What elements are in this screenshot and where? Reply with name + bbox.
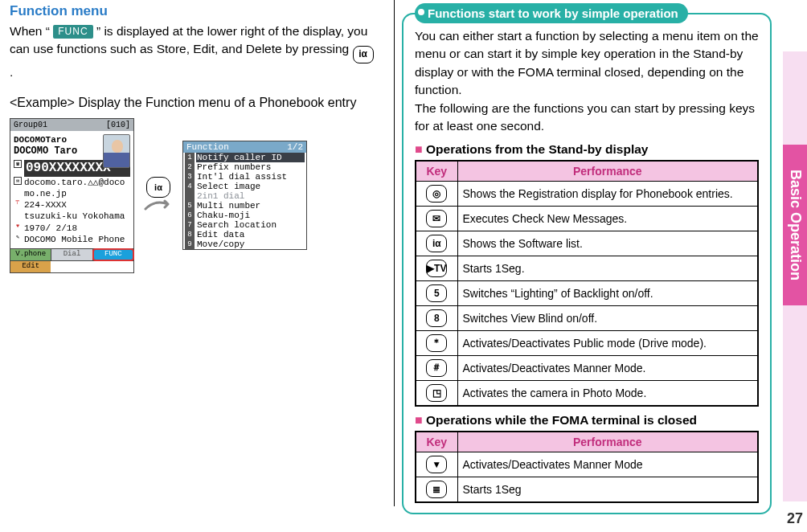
performance-cell: Shows the Registration display for Phone… [457, 181, 758, 206]
keycap-icon: ▶TV [426, 260, 447, 277]
side-section-label: Basic Operation [783, 145, 807, 305]
softkey-func: FUNC [93, 249, 133, 260]
menu-item-label: 2in1 dial [196, 191, 305, 201]
func-softkey-label: FUNC [53, 25, 92, 39]
mail-icon: ✉ [14, 177, 22, 185]
softkey-dial: Dial [51, 249, 92, 260]
blank-icon [14, 211, 22, 219]
performance-cell: Shows the Software list. [457, 231, 758, 256]
avatar-image [103, 134, 130, 168]
email-text: docomo.taro.△△@docomo.ne.jp [24, 177, 130, 200]
menu-item-number: 9 [185, 239, 195, 249]
keycap-icon: ＃ [426, 359, 447, 377]
key-cell: ▶TV [416, 256, 457, 280]
keycap-icon: ◳ [426, 384, 447, 402]
key-cell: ✉ [416, 206, 457, 231]
right-column: Functions start to work by simple operat… [402, 0, 772, 514]
fn-title: Function [186, 142, 229, 152]
menu-item-label: Notify caller ID [196, 153, 305, 162]
table-row: ◎Shows the Registration display for Phon… [416, 181, 758, 206]
entry-birthday: ♥ 1970/ 2/18 [14, 223, 130, 234]
standby-table: Key Performance ◎Shows the Registration … [415, 160, 759, 407]
performance-cell: Starts 1Seg [457, 477, 758, 502]
th-performance: Performance [457, 161, 758, 182]
performance-cell: Executes Check New Messages. [457, 206, 758, 231]
screenshots-row: Group01 [010] DOCOMOTaro DOCOMO Taro ☎ 0… [10, 118, 375, 273]
table-row: ▼Activates/Deactivates Manner Mode [416, 452, 758, 477]
menu-item-number: 5 [185, 201, 195, 211]
square-bullet-icon: ■ [415, 413, 423, 427]
function-menu-item: 8Edit data [183, 230, 306, 239]
fn-page: 1/2 [287, 142, 303, 152]
function-menu-list: 1Notify caller ID2Prefix numbers3Int'l d… [183, 153, 306, 249]
menu-item-number: 4 [185, 182, 195, 191]
address-text: tsuzuki-ku Yokohama [24, 211, 130, 222]
menu-item-number: 3 [185, 172, 195, 182]
left-column: Function menu When “ FUNC ” is displayed… [10, 3, 375, 273]
table-row: ✉Executes Check New Messages. [416, 206, 758, 231]
performance-cell: Switches “Lighting” of Backlight on/off. [457, 280, 758, 305]
p1-text-c: . [10, 65, 13, 79]
function-menu-item: 9Move/copy [183, 239, 306, 249]
function-menu-item: 7Search location [183, 220, 306, 230]
performance-cell: Activates the camera in Photo Mode. [457, 380, 758, 406]
callout-tab: Functions start to work by simple operat… [415, 3, 688, 23]
page: Basic Operation 27 Function menu When “ … [0, 0, 807, 532]
closed-table: Key Performance ▼Activates/Deactivates M… [415, 431, 759, 503]
memo-icon: ✎ [14, 234, 22, 242]
function-menu-item: 2in1 dial [183, 191, 306, 201]
menu-item-number: 2 [185, 162, 195, 172]
press-key-arrow: iα [142, 177, 174, 214]
example-line: <Example> Display the Function menu of a… [10, 93, 375, 112]
table-row: ≣Starts 1Seg [416, 477, 758, 502]
menu-item-label: Move/copy [196, 239, 305, 249]
keycap-icon: ◎ [426, 185, 447, 203]
key-cell: iα [416, 231, 457, 256]
menu-item-number [185, 191, 195, 201]
performance-cell: Activates/Deactivates Manner Mode. [457, 355, 758, 380]
key-cell: ＊ [416, 330, 457, 355]
th-key: Key [416, 161, 457, 182]
menu-item-label: Multi number [196, 201, 305, 211]
group-count: [010] [106, 120, 130, 130]
menu-item-number: 7 [185, 220, 195, 230]
table-row: 8Switches View Blind on/off. [416, 305, 758, 330]
function-menu-item: 6Chaku-moji [183, 211, 306, 220]
th-key: Key [416, 432, 457, 452]
menu-item-number: 8 [185, 230, 195, 239]
key-i-alpha-small-icon: iα [146, 177, 170, 198]
p1-text-a: When “ [10, 24, 50, 38]
function-menu-item: 2Prefix numbers [183, 162, 306, 172]
group-name: Group01 [14, 120, 47, 130]
function-menu-item: 3Int'l dial assist [183, 172, 306, 182]
arrow-icon [144, 198, 173, 214]
entry-email: ✉ docomo.taro.△△@docomo.ne.jp [14, 177, 130, 200]
example-label: <Example> [10, 96, 75, 109]
column-divider [394, 0, 395, 506]
function-menu-item: 1Notify caller ID [183, 153, 306, 162]
closed-heading-text: Operations while the FOMA terminal is cl… [426, 413, 697, 427]
entry-address: tsuzuki-ku Yokohama [14, 211, 130, 222]
keycap-icon: ✉ [426, 210, 447, 227]
contact-entries: ☎ 090XXXXXXXX ✉ docomo.taro.△△@docomo.ne… [14, 160, 130, 246]
example-text: Display the Function menu of a Phonebook… [78, 96, 356, 109]
th-performance: Performance [457, 432, 758, 452]
table-row: iαShows the Software list. [416, 231, 758, 256]
performance-cell: Starts 1Seg. [457, 256, 758, 280]
entry-postal: 〒 224-XXXX [14, 199, 130, 211]
memo-text: DOCOMO Mobile Phone [24, 234, 130, 245]
softkey-row-1: V.phone Dial FUNC [10, 248, 133, 260]
key-cell: ▼ [416, 452, 457, 477]
performance-cell: Switches View Blind on/off. [457, 305, 758, 330]
phonebook-body: DOCOMOTaro DOCOMO Taro ☎ 090XXXXXXXX ✉ d… [10, 131, 133, 248]
menu-item-label: Edit data [196, 230, 305, 239]
keycap-icon: ▼ [426, 456, 447, 473]
phone-icon: ☎ [14, 160, 22, 168]
key-cell: ＃ [416, 355, 457, 380]
function-menu-screen: Function 1/2 1Notify caller ID2Prefix nu… [182, 141, 307, 250]
key-cell: ≣ [416, 477, 457, 502]
menu-item-number: 6 [185, 211, 195, 220]
softkey-row-2: Edit [10, 260, 133, 272]
callout-para2: The following are the functions you can … [415, 100, 759, 136]
menu-item-label: Chaku-moji [196, 211, 305, 220]
